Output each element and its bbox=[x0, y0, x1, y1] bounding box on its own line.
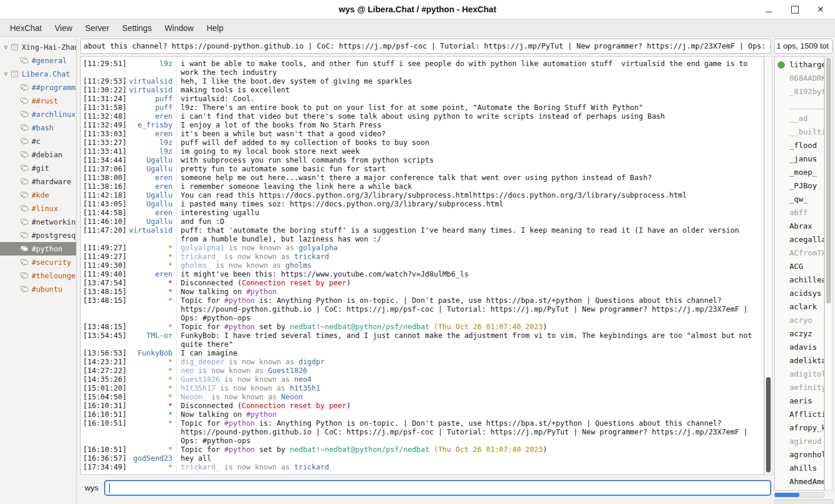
user-list-item[interactable]: acidsys bbox=[775, 286, 824, 300]
chat-line: [11:32:48]ereni can't find that video bu… bbox=[81, 112, 764, 120]
tree-channel--rust[interactable]: ##rust bbox=[0, 94, 76, 108]
user-nick: aeris bbox=[789, 396, 812, 405]
user-list-item[interactable]: AhmedAmer bbox=[775, 475, 824, 488]
tree-channel--python[interactable]: #python bbox=[0, 242, 76, 256]
own-nick-label[interactable]: wys bbox=[85, 484, 98, 492]
topic-input[interactable]: about this channel? https://pound-python… bbox=[80, 39, 771, 54]
user-list-item[interactable]: acryo bbox=[775, 313, 824, 327]
user-list-item[interactable]: 068AADRKN bbox=[775, 71, 824, 85]
message-nick: l9z bbox=[160, 59, 172, 77]
menu-settings[interactable]: Settings bbox=[116, 21, 158, 35]
menu-help[interactable]: Help bbox=[200, 21, 230, 35]
message-text: Now talking on #python bbox=[176, 287, 764, 296]
tree-label: #general bbox=[32, 56, 67, 65]
userlist-scrollbar-thumb[interactable] bbox=[826, 58, 831, 303]
message-segment: puff: that 'automate the boring stuff' i… bbox=[181, 226, 743, 243]
tree-channel--kde[interactable]: #kde bbox=[0, 188, 76, 202]
tree-channel--networking[interactable]: #networking bbox=[0, 215, 76, 229]
user-list-item[interactable]: _________ bbox=[775, 98, 824, 112]
tree-channel--archlinux[interactable]: #archlinux bbox=[0, 108, 76, 121]
menu-window[interactable]: Window bbox=[158, 21, 200, 35]
user-list-item[interactable]: abff bbox=[775, 206, 824, 219]
user-nick: _janus bbox=[789, 154, 817, 163]
tree-channel--general[interactable]: #general bbox=[0, 54, 76, 67]
menu-hexchat[interactable]: HexChat bbox=[4, 21, 48, 35]
message-nick: puff bbox=[155, 103, 172, 112]
user-list-item[interactable]: _flood bbox=[775, 139, 824, 152]
user-list-item[interactable]: __ad bbox=[775, 112, 824, 125]
user-list-item[interactable]: adeliktas bbox=[775, 354, 824, 367]
message-text: interesting ugallu bbox=[176, 208, 764, 217]
tree-channel--linux[interactable]: #linux bbox=[0, 202, 76, 215]
chat-messages: [11:29:51]l9zi want be able to make tool… bbox=[80, 56, 764, 475]
tree-channel--hardware[interactable]: #hardware bbox=[0, 175, 76, 188]
user-list-item[interactable]: achilleas bbox=[775, 273, 824, 286]
message-nick: FunkyBob bbox=[137, 348, 172, 357]
timestamp: [11:33:03] bbox=[83, 129, 127, 138]
chat-line: [11:34:44]Ugalluwith subprocess you run … bbox=[81, 156, 764, 164]
user-list-item[interactable]: acegalla- bbox=[775, 233, 824, 246]
message-segment: i can't find that video but there's some… bbox=[181, 112, 665, 120]
user-list-item[interactable]: ACG bbox=[775, 260, 824, 273]
tree-channel--c[interactable]: #c bbox=[0, 134, 76, 148]
timestamp: [11:49:30] bbox=[83, 261, 127, 270]
chat-line-meta: [11:46:10]Ugallu bbox=[81, 217, 176, 226]
user-list-item[interactable]: adigitole bbox=[775, 367, 824, 381]
user-list-item[interactable]: aefinity bbox=[775, 381, 824, 394]
minimize-button[interactable] bbox=[765, 5, 773, 13]
tree-channel--bash[interactable]: #bash bbox=[0, 121, 76, 134]
user-list-item[interactable]: Afflictio bbox=[775, 408, 824, 421]
timestamp: [16:10:51] bbox=[83, 410, 127, 419]
tree-channel--thelounge[interactable]: #thelounge bbox=[0, 269, 76, 282]
message-segment: nedbat!~nedbat@python/psf/nedbat bbox=[290, 445, 430, 454]
user-list-item[interactable]: agronholm bbox=[775, 448, 824, 461]
user-list-item[interactable]: Abrax bbox=[775, 219, 824, 233]
tree-channel--git[interactable]: #git bbox=[0, 161, 76, 175]
expander-icon[interactable]: ▽ bbox=[1, 71, 11, 77]
tree-channel--security[interactable]: #security bbox=[0, 256, 76, 269]
user-list-item[interactable]: _moep_ bbox=[775, 165, 824, 179]
user-list-item[interactable]: agireud bbox=[775, 434, 824, 448]
event-star: * bbox=[168, 375, 172, 384]
user-list-item[interactable]: aeris bbox=[775, 394, 824, 408]
user-list-item[interactable]: _8192byte bbox=[775, 85, 824, 98]
user-nick: adigitole bbox=[789, 370, 824, 378]
user-list-item[interactable]: aczyz bbox=[775, 327, 824, 340]
tree-channel--ubuntu[interactable]: #ubuntu bbox=[0, 282, 76, 296]
tree-channel--debian[interactable]: #debian bbox=[0, 148, 76, 161]
maximize-button[interactable] bbox=[791, 5, 799, 13]
titlebar[interactable]: wys @ Libera.Chat / #python - HexChat ✕ bbox=[0, 0, 835, 19]
user-list-item[interactable]: __builtin bbox=[775, 125, 824, 139]
tree-network-Xing-Hai-Zhan[interactable]: ▽Xing-Hai-Zhan bbox=[0, 40, 76, 54]
timestamp: [11:44:58] bbox=[83, 208, 127, 217]
message-input[interactable] bbox=[104, 480, 771, 496]
tree-channel--postgresql[interactable]: #postgresql bbox=[0, 229, 76, 242]
chat-scrollbar[interactable] bbox=[764, 56, 772, 475]
tree-label: #security bbox=[32, 258, 71, 267]
menu-view[interactable]: View bbox=[48, 21, 78, 35]
menu-server[interactable]: Server bbox=[79, 21, 116, 35]
close-button[interactable]: ✕ bbox=[816, 5, 824, 13]
user-nick: _qw_ bbox=[789, 195, 808, 203]
user-list-item[interactable]: adavis bbox=[775, 340, 824, 354]
chat-line: [11:49:40]erenit might've been this: htt… bbox=[81, 270, 764, 278]
timestamp: [11:31:58] bbox=[83, 103, 127, 112]
tree-network-Libera-Chat[interactable]: ▽Libera.Chat bbox=[0, 67, 76, 81]
user-list-item[interactable]: aclark bbox=[775, 300, 824, 313]
expander-icon[interactable]: ▽ bbox=[1, 44, 11, 50]
user-list-item[interactable]: afropy_ke bbox=[775, 421, 824, 434]
chat-line: [13:56:53]FunkyBobI can imagine bbox=[81, 348, 764, 357]
chat-line: [17:34:49]*trickard_ is now known as tri… bbox=[81, 462, 764, 471]
message-text: Guest1826 is now known as neo4 bbox=[176, 375, 764, 384]
chat-scrollbar-thumb[interactable] bbox=[766, 377, 771, 472]
user-list-item[interactable]: _qw_ bbox=[775, 192, 824, 206]
message-segment: i pasted many times soz: https://docs.py… bbox=[181, 199, 503, 208]
user-list-item[interactable]: litharge bbox=[775, 58, 824, 71]
tree-channel--programming[interactable]: ##programming bbox=[0, 81, 76, 94]
user-list-item[interactable]: _PJBoy bbox=[775, 179, 824, 192]
user-list-item[interactable]: ACfromTX bbox=[775, 246, 824, 260]
timestamp: [11:46:10] bbox=[83, 217, 127, 226]
user-list-item[interactable]: _janus bbox=[775, 152, 824, 165]
userlist-scrollbar[interactable] bbox=[824, 56, 833, 491]
user-list-item[interactable]: ahills bbox=[775, 461, 824, 475]
